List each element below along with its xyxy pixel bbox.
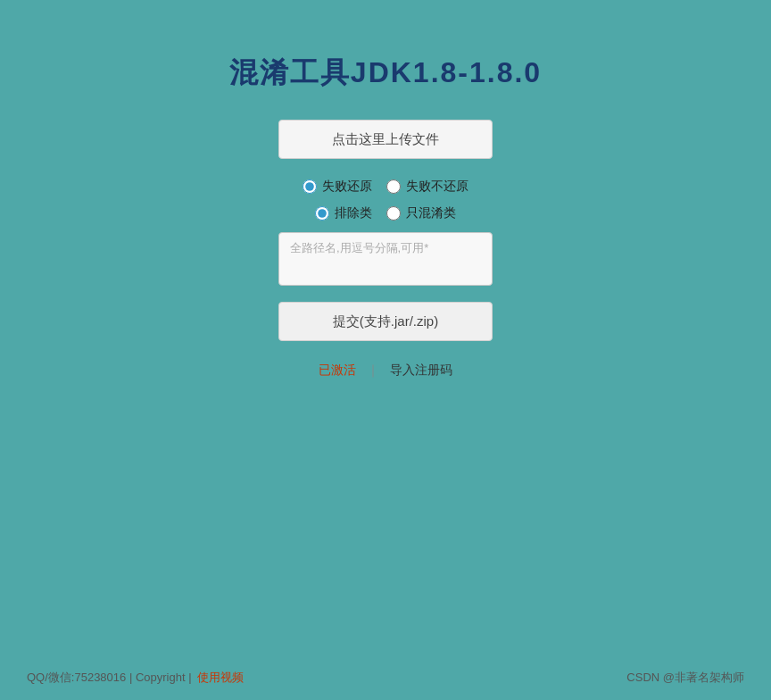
footer-copyright-text: QQ/微信:75238016 | Copyright | <box>27 670 192 686</box>
main-container: 混淆工具JDK1.8-1.8.0 点击这里上传文件 失败还原 失败不还原 排除类… <box>0 0 771 379</box>
activated-status: 已激活 <box>319 362 356 379</box>
radio-group-failure: 失败还原 失败不还原 <box>303 179 468 195</box>
radio-group-class: 排除类 只混淆类 <box>315 205 456 221</box>
radio-item-exclude[interactable]: 排除类 <box>315 205 372 221</box>
activation-row: 已激活 ｜ 导入注册码 <box>319 362 452 379</box>
footer: QQ/微信:75238016 | Copyright | 使用视频 CSDN @… <box>0 670 771 686</box>
import-registration-link[interactable]: 导入注册码 <box>390 362 452 379</box>
radio-exclude-label: 排除类 <box>335 205 372 221</box>
radio-no-restore[interactable] <box>386 179 401 194</box>
footer-right-text: CSDN @非著名架构师 <box>626 670 744 686</box>
radio-item-restore[interactable]: 失败还原 <box>303 179 372 195</box>
radio-only-obfuscate-label: 只混淆类 <box>406 205 456 221</box>
radio-only-obfuscate[interactable] <box>386 206 401 221</box>
footer-video-link[interactable]: 使用视频 <box>197 670 244 686</box>
radio-no-restore-label: 失败不还原 <box>406 179 468 195</box>
submit-button[interactable]: 提交(支持.jar/.zip) <box>278 302 493 341</box>
radio-exclude[interactable] <box>315 206 329 221</box>
class-path-input[interactable] <box>278 232 493 286</box>
footer-left: QQ/微信:75238016 | Copyright | 使用视频 <box>27 670 244 686</box>
activation-separator: ｜ <box>367 362 379 379</box>
radio-item-only-obfuscate[interactable]: 只混淆类 <box>386 205 456 221</box>
radio-restore[interactable] <box>303 179 317 194</box>
upload-button[interactable]: 点击这里上传文件 <box>278 120 493 159</box>
radio-item-no-restore[interactable]: 失败不还原 <box>386 179 468 195</box>
radio-restore-label: 失败还原 <box>322 179 372 195</box>
page-title: 混淆工具JDK1.8-1.8.0 <box>229 54 542 93</box>
